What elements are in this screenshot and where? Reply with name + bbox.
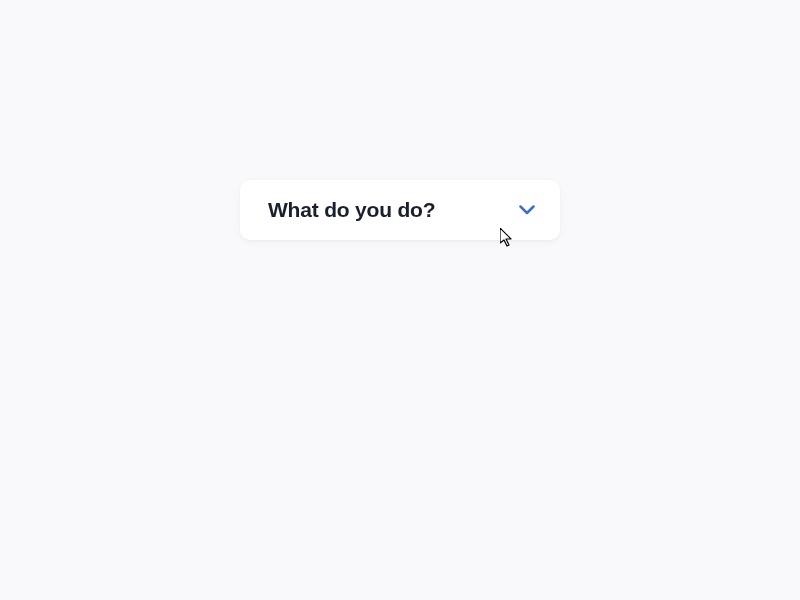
dropdown-label: What do you do? [268, 198, 435, 222]
occupation-dropdown[interactable]: What do you do? [240, 180, 560, 240]
chevron-down-icon [518, 201, 536, 219]
